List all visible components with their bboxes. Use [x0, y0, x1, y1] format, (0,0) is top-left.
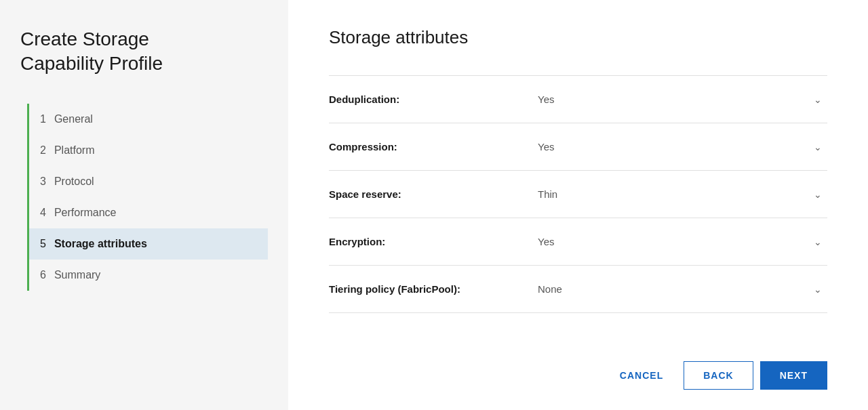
step-number-3: 3 — [40, 176, 46, 188]
step-label-4: Performance — [54, 207, 117, 219]
select-encryption[interactable]: YesNo — [532, 230, 827, 253]
step-label-1: General — [54, 113, 93, 125]
right-panel: Storage attributes Deduplication:YesNo⌄C… — [288, 0, 868, 410]
step-label-5: Storage attributes — [54, 238, 147, 250]
step-number-6: 6 — [40, 269, 46, 281]
step-number-1: 1 — [40, 113, 46, 125]
cancel-button[interactable]: CANCEL — [606, 362, 677, 389]
step-item-1[interactable]: 1General — [29, 104, 268, 135]
select-wrapper-encryption: YesNo⌄ — [532, 230, 827, 253]
form-area: Deduplication:YesNo⌄Compression:YesNo⌄Sp… — [329, 75, 827, 348]
select-wrapper-compression: YesNo⌄ — [532, 136, 827, 158]
label-compression: Compression: — [329, 141, 532, 152]
step-item-4[interactable]: 4Performance — [29, 197, 268, 228]
step-label-6: Summary — [54, 269, 100, 281]
step-number-5: 5 — [40, 238, 46, 250]
steps-list: 1General2Platform3Protocol4Performance5S… — [27, 104, 268, 291]
label-tiering-policy: Tiering policy (FabricPool): — [329, 283, 532, 295]
left-panel: Create StorageCapability Profile 1Genera… — [0, 0, 288, 410]
select-compression[interactable]: YesNo — [532, 136, 827, 158]
wizard-title: Create StorageCapability Profile — [20, 27, 268, 77]
step-number-4: 4 — [40, 207, 46, 219]
step-item-3[interactable]: 3Protocol — [29, 166, 268, 197]
select-space-reserve[interactable]: ThinThickNone — [532, 183, 827, 205]
section-title: Storage attributes — [329, 27, 827, 48]
step-item-5[interactable]: 5Storage attributes — [29, 228, 268, 260]
next-button[interactable]: NEXT — [760, 361, 827, 390]
form-row-tiering-policy: Tiering policy (FabricPool):NoneSnapshot… — [329, 266, 827, 313]
step-label-3: Protocol — [54, 176, 94, 188]
select-wrapper-deduplication: YesNo⌄ — [532, 88, 827, 110]
label-deduplication: Deduplication: — [329, 94, 532, 105]
label-encryption: Encryption: — [329, 236, 532, 247]
select-tiering-policy[interactable]: NoneSnapshot-onlyAutoAll — [532, 278, 827, 300]
select-wrapper-tiering-policy: NoneSnapshot-onlyAutoAll⌄ — [532, 278, 827, 300]
back-button[interactable]: BACK — [684, 361, 753, 390]
footer-buttons: CANCEL BACK NEXT — [329, 348, 827, 390]
form-row-space-reserve: Space reserve:ThinThickNone⌄ — [329, 171, 827, 218]
step-item-2[interactable]: 2Platform — [29, 135, 268, 166]
form-row-compression: Compression:YesNo⌄ — [329, 123, 827, 171]
step-item-6[interactable]: 6Summary — [29, 260, 268, 291]
form-row-deduplication: Deduplication:YesNo⌄ — [329, 75, 827, 123]
label-space-reserve: Space reserve: — [329, 188, 532, 200]
step-label-2: Platform — [54, 144, 95, 157]
step-number-2: 2 — [40, 144, 46, 157]
select-deduplication[interactable]: YesNo — [532, 88, 827, 110]
select-wrapper-space-reserve: ThinThickNone⌄ — [532, 183, 827, 205]
form-row-encryption: Encryption:YesNo⌄ — [329, 218, 827, 266]
